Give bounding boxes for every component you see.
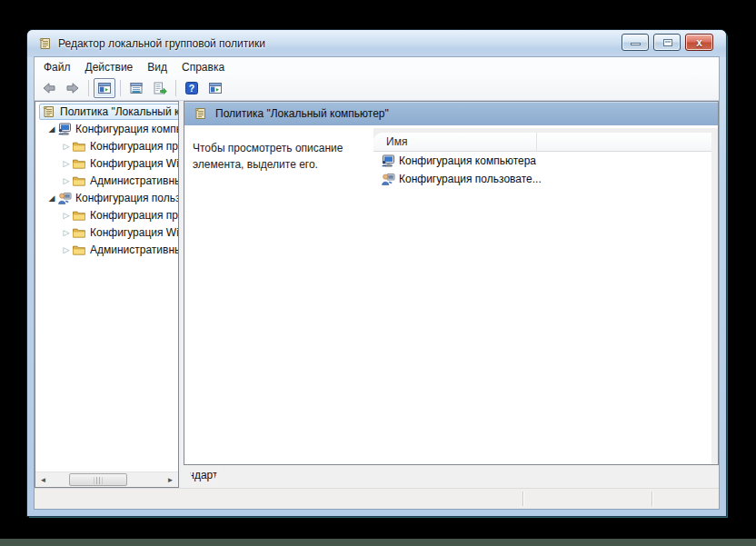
- selected-item-highlight: Политика "Локальный компьютер": [39, 104, 178, 120]
- tab-label: Стандартный: [187, 465, 220, 485]
- user-config-icon: [57, 191, 72, 205]
- tree-item-label: Конфигурация программ: [90, 140, 178, 153]
- tree-item-admin-templates-user[interactable]: ▷ Административные шаблоны: [35, 241, 178, 258]
- properties-window-icon: [129, 81, 144, 95]
- column-name[interactable]: Имя: [373, 133, 537, 151]
- column-empty[interactable]: [537, 133, 550, 151]
- expander-collapsed-icon[interactable]: ▷: [61, 176, 72, 185]
- desktop-background: Редактор локальной групповой политики x …: [0, 0, 756, 546]
- properties-button[interactable]: [125, 78, 147, 98]
- action-pane-icon: [208, 81, 223, 95]
- taskbar-edge: [0, 539, 756, 546]
- close-icon: x: [686, 35, 712, 50]
- main-area: Политика "Локальный компьютер" ◢ Конфигу…: [35, 101, 719, 488]
- expander-collapsed-icon[interactable]: ▷: [61, 142, 72, 151]
- toolbar: [35, 76, 719, 101]
- tree-item-admin-templates[interactable]: ▷ Административные шаблоны: [35, 172, 178, 189]
- expander-expanded-icon[interactable]: ◢: [46, 194, 57, 203]
- details-header-title: Политика "Локальный компьютер": [215, 107, 389, 120]
- list-column-header: Имя: [373, 133, 711, 152]
- expander-collapsed-icon[interactable]: ▷: [61, 159, 72, 168]
- status-bar: [35, 488, 719, 509]
- folder-icon: [72, 139, 86, 154]
- titlebar[interactable]: Редактор локальной групповой политики x: [27, 30, 726, 57]
- maximize-button[interactable]: [653, 34, 681, 51]
- scroll-left-icon[interactable]: ◄: [35, 472, 51, 487]
- computer-config-icon: [57, 122, 72, 136]
- menu-action[interactable]: Действие: [78, 59, 141, 75]
- folder-icon: [72, 174, 86, 188]
- list-item-label: Конфигурация пользовате...: [399, 173, 542, 185]
- scrollbar-thumb[interactable]: [69, 473, 127, 486]
- tree-item-computer-config[interactable]: ◢ Конфигурация компьютера: [35, 120, 178, 137]
- list-item-computer-config[interactable]: Конфигурация компьютера: [373, 152, 711, 170]
- minimize-button[interactable]: [622, 34, 649, 51]
- details-body: Чтобы просмотреть описание элемента, выд…: [184, 125, 718, 464]
- forward-button[interactable]: [62, 78, 84, 98]
- toolbar-separator: [120, 80, 121, 96]
- tree-item-label: Конфигурация программ: [90, 209, 178, 222]
- details-header: Политика "Локальный компьютер": [184, 102, 718, 125]
- tree-item-local-policy[interactable]: Политика "Локальный компьютер": [35, 103, 178, 120]
- tree-item-windows-settings-user[interactable]: ▷ Конфигурация Windows: [35, 223, 178, 241]
- gpo-scroll-icon: [42, 104, 56, 119]
- tree: Политика "Локальный компьютер" ◢ Конфигу…: [35, 103, 178, 472]
- export-list-button[interactable]: [149, 78, 171, 98]
- window-client-area: Файл Действие Вид Справка: [35, 57, 719, 509]
- expander-collapsed-icon[interactable]: ▷: [61, 228, 72, 237]
- console-tree-icon: [97, 81, 112, 95]
- gpo-scroll-icon: [194, 106, 208, 121]
- expander-collapsed-icon[interactable]: ▷: [61, 245, 72, 254]
- window-title: Редактор локальной групповой политики: [58, 37, 265, 50]
- forward-arrow-icon: [65, 81, 80, 95]
- maximize-icon: [663, 39, 672, 46]
- window-controls: x: [622, 34, 713, 51]
- folder-icon: [72, 243, 86, 257]
- tree-item-label: Конфигурация Windows: [90, 157, 178, 170]
- app-window: Редактор локальной групповой политики x …: [27, 30, 726, 516]
- menu-view[interactable]: Вид: [140, 59, 174, 75]
- menu-file[interactable]: Файл: [36, 59, 78, 75]
- details-panel: Политика "Локальный компьютер" Чтобы про…: [184, 101, 719, 465]
- tree-item-software-settings-user[interactable]: ▷ Конфигурация программ: [35, 206, 178, 223]
- folder-icon: [72, 208, 86, 223]
- menu-bar: Файл Действие Вид Справка: [35, 57, 719, 76]
- menu-help[interactable]: Справка: [174, 59, 232, 75]
- user-config-icon: [381, 172, 395, 186]
- toolbar-separator: [88, 80, 89, 96]
- statusbar-separator: [652, 491, 652, 506]
- tree-item-label: Политика "Локальный компьютер": [60, 105, 178, 118]
- horizontal-scrollbar[interactable]: ◄ ►: [35, 472, 178, 487]
- app-icon: [38, 36, 53, 51]
- view-tabs: Расширенный Стандартный: [184, 465, 719, 488]
- list-item-user-config[interactable]: Конфигурация пользовате...: [373, 170, 711, 188]
- tree-item-windows-settings[interactable]: ▷ Конфигурация Windows: [35, 154, 178, 172]
- folder-icon: [72, 156, 86, 171]
- scroll-right-icon[interactable]: ►: [163, 472, 178, 487]
- show-console-tree-button[interactable]: [94, 78, 115, 98]
- tree-item-label: Административные шаблоны: [90, 174, 178, 187]
- help-icon: [184, 81, 199, 95]
- tree-item-label: Конфигурация Windows: [90, 226, 178, 239]
- expander-expanded-icon[interactable]: ◢: [46, 124, 57, 134]
- tree-item-label: Административные шаблоны: [90, 243, 178, 256]
- tree-item-user-config[interactable]: ◢ Конфигурация пользователя: [35, 189, 178, 206]
- export-list-icon: [153, 81, 167, 95]
- selection-hint-text: Чтобы просмотреть описание элемента, выд…: [193, 140, 374, 173]
- computer-config-icon: [381, 154, 395, 168]
- items-list: Имя Конфигурация компьютера Конфигураци: [373, 133, 711, 464]
- console-tree-panel: Политика "Локальный компьютер" ◢ Конфигу…: [35, 101, 179, 488]
- details-region: Политика "Локальный компьютер" Чтобы про…: [184, 101, 719, 488]
- toolbar-separator: [175, 80, 176, 96]
- back-arrow-icon: [42, 81, 56, 95]
- expander-collapsed-icon[interactable]: ▷: [61, 211, 72, 220]
- help-button[interactable]: [181, 78, 203, 98]
- tree-item-software-settings[interactable]: ▷ Конфигурация программ: [35, 137, 178, 154]
- list-item-label: Конфигурация компьютера: [399, 154, 536, 167]
- close-button[interactable]: x: [685, 34, 713, 51]
- back-button[interactable]: [38, 78, 60, 98]
- tree-item-label: Конфигурация пользователя: [75, 192, 178, 204]
- folder-icon: [72, 225, 86, 240]
- show-action-pane-button[interactable]: [204, 78, 226, 98]
- minimize-icon: [631, 43, 641, 45]
